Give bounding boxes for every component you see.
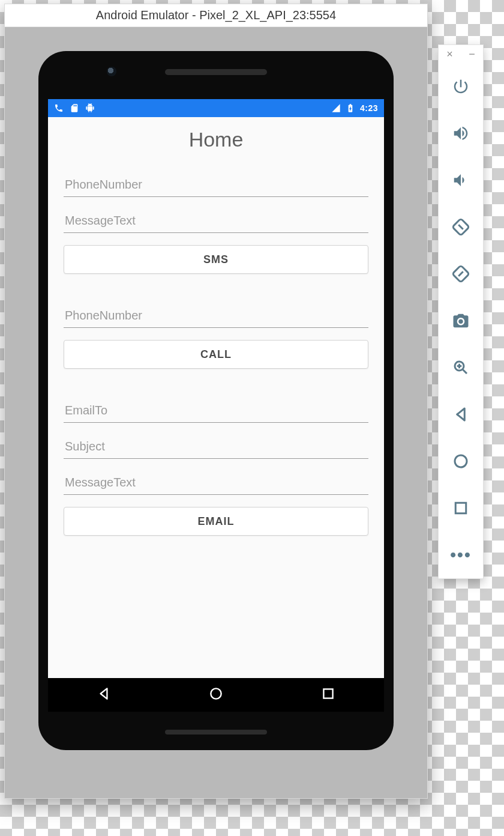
android-icon [85, 103, 95, 113]
toolbar-overview-button[interactable] [439, 485, 483, 532]
more-icon: ••• [450, 545, 471, 565]
toolbar-zoom-button[interactable] [439, 344, 483, 391]
nav-bar [48, 678, 384, 712]
spacer [64, 286, 368, 292]
toolbar-back-button[interactable] [439, 391, 483, 438]
toolbar-screenshot-button[interactable] [439, 297, 483, 344]
nav-back-button[interactable] [96, 686, 112, 704]
battery-charging-icon [346, 103, 355, 113]
email-to-input[interactable] [64, 399, 368, 423]
toolbar-power-button[interactable] [439, 63, 483, 110]
status-left [54, 103, 95, 113]
toolbar-volume-up-button[interactable] [439, 110, 483, 157]
emulator-title: Android Emulator - Pixel_2_XL_API_23:555… [5, 4, 427, 27]
phone-earpiece [165, 69, 267, 75]
status-bar: 4:23 [48, 99, 384, 117]
signal-icon [331, 103, 341, 113]
phone-frame: 4:23 Home SMS CALL EMAIL [38, 51, 394, 750]
toolbar-minimize-button[interactable]: − [469, 48, 475, 61]
app-content: Home SMS CALL EMAIL [48, 117, 384, 678]
sms-phone-input[interactable] [64, 173, 368, 197]
toolbar-header: × − [439, 45, 483, 63]
status-clock: 4:23 [360, 103, 378, 113]
toolbar-volume-down-button[interactable] [439, 157, 483, 204]
phone-icon [54, 103, 64, 113]
toolbar-rotate-right-button[interactable] [439, 250, 483, 297]
emulator-window: Android Emulator - Pixel_2_XL_API_23:555… [4, 4, 428, 799]
svg-point-0 [211, 688, 221, 698]
sms-button[interactable]: SMS [64, 245, 368, 274]
svg-rect-1 [323, 689, 332, 698]
toolbar-rotate-left-button[interactable] [439, 204, 483, 250]
nav-recents-button[interactable] [320, 686, 336, 704]
sms-message-input[interactable] [64, 209, 368, 233]
phone-camera [107, 67, 116, 76]
toolbar-more-button[interactable]: ••• [439, 532, 483, 578]
phone-screen: 4:23 Home SMS CALL EMAIL [48, 99, 384, 712]
svg-rect-6 [455, 503, 466, 513]
emulator-toolbar: × − ••• [438, 44, 484, 579]
status-right: 4:23 [331, 103, 378, 113]
toolbar-close-button[interactable]: × [446, 48, 453, 61]
sd-card-icon [70, 103, 79, 113]
phone-speaker [165, 730, 267, 735]
email-button[interactable]: EMAIL [64, 507, 368, 536]
page-title: Home [64, 128, 368, 151]
toolbar-home-button[interactable] [439, 438, 483, 485]
emulator-body: 4:23 Home SMS CALL EMAIL [5, 27, 427, 798]
call-button[interactable]: CALL [64, 340, 368, 369]
call-phone-input[interactable] [64, 304, 368, 328]
spacer [64, 381, 368, 387]
nav-home-button[interactable] [208, 686, 224, 704]
email-message-input[interactable] [64, 471, 368, 495]
svg-point-5 [455, 455, 467, 467]
email-subject-input[interactable] [64, 435, 368, 459]
